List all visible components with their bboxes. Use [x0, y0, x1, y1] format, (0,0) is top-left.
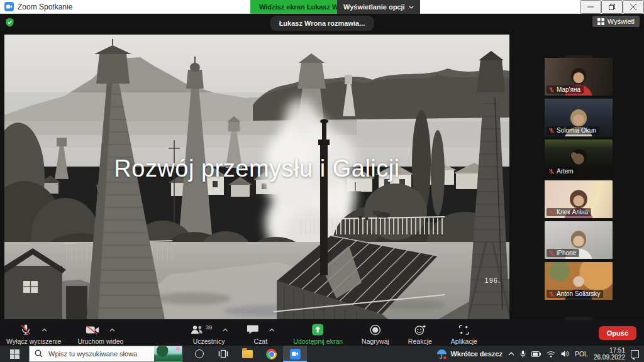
minimize-button[interactable]: [580, 0, 601, 14]
muted-mic-icon: [548, 87, 555, 93]
window-titlebar: Zoom Spotkanie Widzisz ekran Łukasz Wron…: [0, 0, 644, 14]
umbrella-rain-icon: [436, 349, 447, 359]
search-highlight-image[interactable]: [154, 346, 182, 361]
weather-label: Wkrótce deszcz: [450, 350, 502, 358]
tray-mic-icon[interactable]: [520, 350, 526, 358]
zoom-meeting-window: Zoom Spotkanie Widzisz ekran Łukasz Wron…: [0, 0, 644, 362]
share-screen-label: Udostępnij ekran: [293, 337, 343, 345]
participants-button[interactable]: 39 Uczestnicy: [190, 324, 228, 345]
participant-tile[interactable]: Artem: [545, 140, 613, 177]
tray-date: 26.09.2022: [594, 354, 625, 361]
unmute-label: Wyłącz wyciszenie: [6, 337, 61, 345]
grid-view-icon: [597, 18, 604, 25]
chat-icon: [247, 324, 258, 335]
close-icon[interactable]: [623, 0, 644, 14]
record-icon: [370, 324, 381, 336]
reactions-label: Reakcje: [408, 337, 432, 345]
chevron-up-icon: [42, 328, 47, 332]
participant-tile[interactable]: Мар'яна: [545, 58, 613, 96]
language-indicator[interactable]: POL: [575, 350, 588, 358]
view-layout-button[interactable]: Wyświetl: [592, 16, 640, 27]
muted-mic-icon: [548, 250, 555, 256]
participants-icon: [190, 324, 204, 335]
unmute-button[interactable]: Wyłącz wyciszenie: [6, 324, 61, 345]
search-icon: [35, 349, 43, 358]
language-label: POL: [575, 350, 588, 358]
chevron-up-icon: [109, 328, 115, 332]
apps-button[interactable]: Aplikacje: [451, 324, 477, 345]
view-layout-label: Wyświetl: [608, 18, 635, 25]
participant-name: Solomia Okun: [557, 127, 596, 134]
participant-name: iPhone: [557, 250, 576, 256]
chevron-up-icon: [508, 352, 514, 356]
chat-button[interactable]: Czat: [247, 324, 274, 345]
leave-meeting-button[interactable]: Opuść: [599, 326, 636, 340]
wifi-icon[interactable]: [547, 351, 555, 358]
zoom-toolbar: Wyłącz wyciszenie Uruchom wideo 39 Uczes…: [0, 320, 644, 346]
shared-screen-slide: Rozwój przemysłu i Galicji 196.: [4, 35, 509, 319]
active-speaker-toast: Łukasz Wrona rozmawia...: [270, 16, 374, 31]
muted-mic-icon: [548, 209, 555, 216]
chat-label: Czat: [254, 337, 268, 345]
display-options-button[interactable]: Wyświetlanie opcji: [337, 0, 420, 14]
muted-mic-icon: [548, 128, 555, 134]
taskbar-search: [29, 346, 182, 362]
chevron-up-icon: [222, 328, 228, 332]
maximize-button[interactable]: [601, 0, 623, 14]
speaker-icon[interactable]: [561, 350, 569, 358]
window-title: Zoom Spotkanie: [18, 3, 72, 11]
participants-label: Uczestnicy: [193, 337, 225, 345]
muted-mic-icon: [548, 291, 555, 297]
weather-widget[interactable]: Wkrótce deszcz: [436, 349, 502, 359]
chevron-down-icon: [409, 6, 414, 9]
start-video-button[interactable]: Uruchom wideo: [77, 324, 123, 345]
participant-name: Мар'яна: [557, 86, 580, 93]
windows-logo-icon: [10, 349, 19, 359]
camera-off-icon: [86, 325, 99, 335]
tray-chevron-up[interactable]: [508, 352, 514, 356]
participants-count: 39: [206, 324, 213, 331]
record-label: Nagrywaj: [362, 337, 389, 345]
participant-tile[interactable]: Клек Аліна: [545, 180, 613, 218]
tray-time: 17:51: [609, 347, 625, 354]
reactions-icon: [414, 324, 426, 336]
record-button[interactable]: Nagrywaj: [362, 324, 389, 345]
participant-tile[interactable]: iPhone: [545, 221, 613, 259]
share-screen-icon: [312, 324, 324, 336]
slide-title: Rozwój przemysłu i Galicji: [4, 155, 509, 182]
security-shield-icon[interactable]: [5, 18, 14, 27]
zoom-app-icon: [4, 2, 14, 11]
zoom-taskbar-icon[interactable]: [283, 346, 307, 362]
participant-tile[interactable]: Solomia Okun: [545, 99, 613, 136]
windows-taskbar: Wkrótce deszcz POL 17:5126.09.2022: [0, 346, 644, 362]
meeting-area: Łukasz Wrona rozmawia... Wyświetl: [0, 14, 644, 320]
apps-label: Aplikacje: [451, 337, 477, 345]
file-explorer-icon[interactable]: [235, 346, 259, 362]
start-video-label: Uruchom wideo: [77, 337, 123, 345]
participant-tile[interactable]: Anton Soliarsky: [545, 262, 613, 300]
action-center-icon[interactable]: [631, 350, 639, 358]
clock[interactable]: 17:5126.09.2022: [594, 347, 625, 361]
reactions-button[interactable]: Reakcje: [408, 324, 432, 345]
cortana-icon[interactable]: [187, 346, 211, 362]
participant-name: Anton Soliarsky: [557, 290, 600, 297]
mic-muted-icon: [20, 324, 31, 336]
chevron-up-icon: [269, 328, 274, 332]
task-view-icon[interactable]: [211, 346, 235, 362]
chrome-icon[interactable]: [259, 346, 283, 362]
participant-name: Artem: [557, 168, 574, 175]
display-options-label: Wyświetlanie opcji: [343, 3, 405, 11]
apps-icon: [458, 324, 470, 336]
photo-number: 196.: [485, 277, 501, 284]
battery-icon[interactable]: [531, 351, 541, 357]
start-button[interactable]: [0, 346, 29, 362]
muted-mic-icon: [548, 168, 555, 175]
participant-name: Клек Аліна: [557, 209, 588, 216]
share-screen-button[interactable]: Udostępnij ekran: [293, 324, 343, 345]
